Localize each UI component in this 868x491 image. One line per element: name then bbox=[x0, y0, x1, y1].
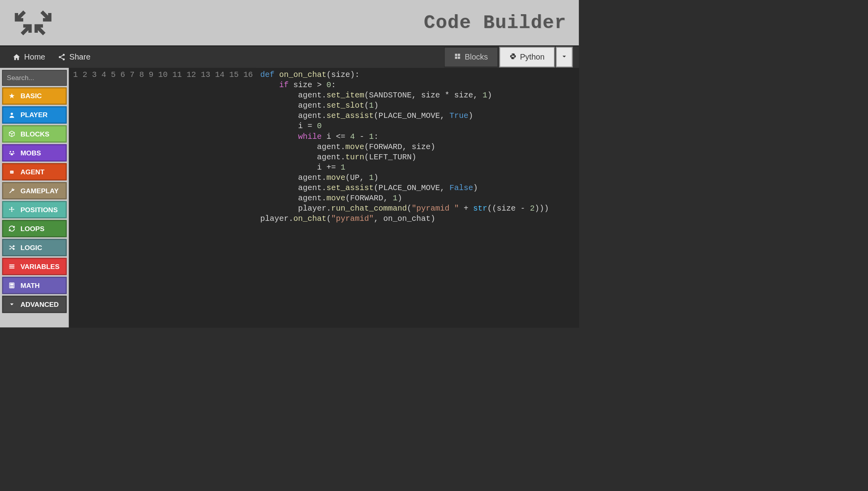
menu-bar: Home Share Blocks Python bbox=[0, 46, 579, 68]
category-label: ADVANCED bbox=[20, 300, 59, 308]
svg-rect-14 bbox=[10, 171, 14, 174]
category-agent[interactable]: AGENT bbox=[2, 163, 67, 181]
tab-python[interactable]: Python bbox=[499, 47, 555, 67]
category-loops[interactable]: LOOPS bbox=[2, 220, 67, 237]
svg-point-16 bbox=[12, 172, 13, 172]
svg-point-2 bbox=[63, 58, 65, 60]
category-label: BASIC bbox=[20, 92, 42, 100]
chevron-down-icon bbox=[561, 53, 567, 61]
svg-point-15 bbox=[11, 172, 12, 172]
category-player[interactable]: PLAYER bbox=[2, 106, 67, 123]
category-label: MATH bbox=[20, 281, 40, 289]
svg-point-0 bbox=[63, 54, 65, 56]
home-button[interactable]: Home bbox=[6, 52, 52, 62]
category-gameplay[interactable]: GAMEPLAY bbox=[2, 182, 67, 200]
paw-icon bbox=[8, 149, 16, 156]
svg-point-27 bbox=[13, 287, 13, 287]
svg-point-8 bbox=[11, 113, 13, 115]
app-title: Code Builder bbox=[424, 12, 567, 34]
svg-point-25 bbox=[10, 287, 11, 287]
category-label: PLAYER bbox=[20, 111, 48, 119]
menu-icon bbox=[8, 263, 16, 270]
svg-rect-5 bbox=[455, 56, 457, 59]
category-label: LOGIC bbox=[20, 243, 42, 252]
category-label: AGENT bbox=[20, 168, 45, 176]
svg-point-10 bbox=[13, 151, 14, 153]
language-dropdown[interactable] bbox=[556, 47, 573, 67]
share-label: Share bbox=[69, 52, 90, 62]
home-icon bbox=[13, 53, 20, 61]
blocks-icon bbox=[454, 52, 461, 62]
svg-rect-3 bbox=[455, 54, 457, 56]
svg-point-22 bbox=[10, 286, 11, 286]
category-label: MOBS bbox=[20, 149, 41, 157]
category-mobs[interactable]: MOBS bbox=[2, 144, 67, 162]
svg-point-24 bbox=[13, 286, 13, 286]
calc-icon bbox=[8, 282, 16, 289]
category-logic[interactable]: LOGIC bbox=[2, 239, 67, 256]
svg-point-1 bbox=[59, 56, 61, 58]
code-editor[interactable]: 1 2 3 4 5 6 7 8 9 10 11 12 13 14 15 16 d… bbox=[69, 68, 579, 327]
shuffle-icon bbox=[8, 244, 16, 251]
line-gutter: 1 2 3 4 5 6 7 8 9 10 11 12 13 14 15 16 bbox=[69, 68, 256, 327]
category-advanced[interactable]: ADVANCED bbox=[2, 296, 67, 313]
svg-rect-18 bbox=[9, 266, 15, 267]
category-positions[interactable]: POSITIONS bbox=[2, 201, 67, 218]
robot-icon bbox=[8, 168, 16, 175]
svg-point-13 bbox=[11, 153, 13, 155]
python-icon bbox=[509, 52, 516, 62]
chevron-icon bbox=[8, 301, 16, 308]
category-label: BLOCKS bbox=[20, 130, 49, 138]
title-bar: Code Builder bbox=[0, 0, 579, 46]
category-sidebar: BASICPLAYERBLOCKSMOBSAGENTGAMEPLAYPOSITI… bbox=[0, 68, 69, 327]
home-label: Home bbox=[24, 52, 45, 62]
category-label: GAMEPLAY bbox=[20, 187, 59, 195]
share-icon bbox=[58, 53, 66, 61]
svg-rect-19 bbox=[9, 268, 15, 269]
svg-rect-17 bbox=[9, 265, 15, 265]
svg-point-26 bbox=[11, 287, 12, 287]
category-basic[interactable]: BASIC bbox=[2, 87, 67, 105]
svg-point-23 bbox=[11, 286, 12, 286]
category-label: LOOPS bbox=[20, 224, 45, 233]
svg-rect-21 bbox=[10, 284, 13, 285]
tab-python-label: Python bbox=[520, 52, 545, 62]
category-blocks[interactable]: BLOCKS bbox=[2, 125, 67, 142]
svg-point-9 bbox=[10, 151, 11, 153]
cube-icon bbox=[8, 131, 16, 137]
star-icon bbox=[8, 93, 16, 99]
tab-blocks-label: Blocks bbox=[465, 52, 488, 62]
search-row bbox=[2, 70, 67, 86]
svg-rect-6 bbox=[458, 56, 460, 59]
code-area[interactable]: def on_on_chat(size): if size > 0: agent… bbox=[256, 68, 579, 327]
refresh-icon bbox=[8, 225, 16, 232]
category-variables[interactable]: VARIABLES bbox=[2, 258, 67, 275]
category-math[interactable]: MATH bbox=[2, 277, 67, 294]
svg-rect-4 bbox=[458, 54, 460, 56]
wrench-icon bbox=[8, 187, 16, 194]
user-icon bbox=[8, 112, 16, 118]
svg-point-11 bbox=[9, 153, 11, 154]
category-label: VARIABLES bbox=[20, 262, 59, 271]
minimize-icon[interactable] bbox=[15, 4, 51, 41]
share-button[interactable]: Share bbox=[52, 52, 97, 62]
svg-point-12 bbox=[13, 153, 15, 154]
move-icon bbox=[8, 206, 16, 213]
category-label: POSITIONS bbox=[20, 205, 58, 214]
tab-blocks[interactable]: Blocks bbox=[444, 47, 498, 67]
